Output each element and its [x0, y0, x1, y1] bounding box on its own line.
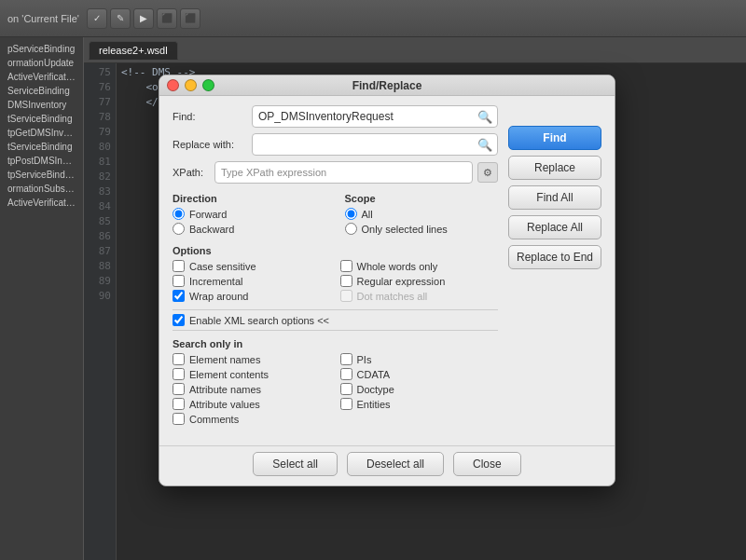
element-names-label: Element names	[189, 354, 260, 365]
line-number: 83	[84, 184, 111, 199]
toolbar-icon-4[interactable]: ⬛	[157, 8, 177, 29]
find-all-button[interactable]: Find All	[508, 185, 601, 210]
backward-radio-row: Backward	[173, 223, 326, 235]
sidebar-item[interactable]: tServiceBinding	[5, 112, 78, 126]
wrap-around-checkbox[interactable]	[173, 290, 185, 302]
scope-all-label: All	[362, 209, 373, 220]
incremental-checkbox[interactable]	[173, 275, 185, 287]
line-number: 81	[84, 155, 111, 170]
replace-search-icon[interactable]: 🔍	[477, 138, 492, 152]
scope-section: Scope All Only selected lines	[345, 193, 499, 238]
deselect-all-button[interactable]: Deselect all	[347, 452, 444, 476]
sidebar-item[interactable]: ormationUpdate	[5, 56, 78, 70]
sidebar-item[interactable]: tServiceBinding	[5, 140, 78, 154]
pls-checkbox[interactable]	[340, 353, 352, 365]
scope-label: Scope	[345, 193, 499, 204]
line-number: 84	[84, 199, 111, 214]
find-input-wrap: 🔍	[252, 105, 498, 128]
toolbar-icon-1[interactable]: ✓	[87, 8, 107, 29]
toolbar-label: on 'Current File'	[7, 13, 79, 24]
scope-selected-radio[interactable]	[345, 223, 357, 235]
find-replace-dialog: Find/Replace Find: 🔍 Replace with: 🔍 XPa…	[159, 75, 615, 486]
toolbar-icon-5[interactable]: ⬛	[180, 8, 200, 29]
comments-checkbox[interactable]	[173, 413, 185, 425]
element-names-row: Element names	[173, 353, 331, 365]
replace-label: Replace with:	[173, 139, 252, 150]
case-sensitive-checkbox[interactable]	[173, 260, 185, 272]
dot-matches-all-checkbox[interactable]	[340, 290, 352, 302]
action-buttons: Find Replace Find All Replace All Replac…	[508, 126, 601, 269]
xpath-options-button[interactable]: ⚙	[477, 162, 498, 183]
find-input[interactable]	[252, 105, 498, 128]
xml-toggle-row: Enable XML search options <<	[173, 309, 498, 331]
pls-row: PIs	[340, 353, 499, 365]
xpath-select[interactable]: Type XPath expression	[214, 161, 473, 184]
forward-radio[interactable]	[173, 208, 185, 220]
line-numbers: 75767778798081828384858687888990	[84, 63, 117, 560]
entities-checkbox[interactable]	[340, 398, 352, 410]
element-names-checkbox[interactable]	[173, 353, 185, 365]
toolbar-icon-3[interactable]: ▶	[133, 8, 154, 29]
case-sensitive-row: Case sensitive	[173, 260, 331, 272]
attribute-names-checkbox[interactable]	[173, 383, 185, 395]
find-search-icon[interactable]: 🔍	[477, 110, 492, 124]
attribute-names-label: Attribute names	[189, 384, 261, 395]
backward-radio[interactable]	[173, 223, 185, 235]
close-window-button[interactable]	[167, 79, 179, 91]
sidebar-item[interactable]: ServiceBinding	[5, 84, 78, 98]
tab-bar: release2+.wsdl	[84, 37, 746, 63]
select-all-button[interactable]: Select all	[253, 452, 338, 476]
sidebar-item[interactable]: tpPostDMSInve...	[5, 154, 78, 168]
dot-matches-all-label: Dot matches all	[357, 291, 428, 302]
attribute-values-checkbox[interactable]	[173, 398, 185, 410]
wrap-around-label: Wrap around	[189, 291, 248, 302]
line-number: 87	[84, 244, 111, 259]
scope-all-radio[interactable]	[345, 208, 357, 220]
line-number: 75	[84, 65, 111, 80]
line-number: 79	[84, 125, 111, 140]
replace-button[interactable]: Replace	[508, 156, 601, 180]
doctype-row: Doctype	[340, 383, 499, 395]
backward-label: Backward	[189, 224, 234, 235]
pls-label: PIs	[357, 354, 372, 365]
find-button[interactable]: Find	[508, 126, 601, 150]
whole-words-label: Whole words only	[357, 261, 438, 272]
whole-words-checkbox[interactable]	[340, 260, 352, 272]
replace-all-button[interactable]: Replace All	[508, 215, 601, 239]
xml-toggle-checkbox[interactable]	[173, 314, 185, 326]
cdata-label: CDATA	[357, 369, 391, 380]
maximize-window-button[interactable]	[202, 79, 214, 91]
element-contents-label: Element contents	[189, 369, 269, 380]
replace-input[interactable]	[252, 133, 498, 156]
line-number: 89	[84, 274, 111, 289]
attribute-values-row: Attribute values	[173, 398, 331, 410]
line-number: 80	[84, 140, 111, 155]
element-contents-checkbox[interactable]	[173, 368, 185, 380]
comments-label: Comments	[189, 414, 239, 425]
cdata-checkbox[interactable]	[340, 368, 352, 380]
replace-to-end-button[interactable]: Replace to End	[508, 245, 601, 269]
direction-label: Direction	[173, 193, 326, 204]
dialog-footer: Select all Deselect all Close	[159, 445, 615, 485]
incremental-label: Incremental	[189, 276, 242, 287]
sidebar-item[interactable]: ActiveVerification	[5, 70, 78, 84]
toolbar-icon-2[interactable]: ✎	[110, 8, 131, 29]
doctype-checkbox[interactable]	[340, 383, 352, 395]
sidebar-item[interactable]: ormationSubscri...	[5, 182, 78, 196]
tab-release2-wsdl[interactable]: release2+.wsdl	[89, 41, 178, 60]
close-button[interactable]: Close	[453, 452, 521, 476]
sidebar-item[interactable]: DMSInventory	[5, 98, 78, 112]
minimize-window-button[interactable]	[185, 79, 197, 91]
scope-selected-label: Only selected lines	[362, 224, 448, 235]
cdata-row: CDATA	[340, 368, 499, 380]
regular-expression-checkbox[interactable]	[340, 275, 352, 287]
line-number: 86	[84, 229, 111, 244]
entities-row: Entities	[340, 398, 499, 410]
dialog-title: Find/Replace	[352, 79, 422, 92]
sidebar-item[interactable]: tpGetDMSInvent...	[5, 126, 78, 140]
whole-words-row: Whole words only	[340, 260, 499, 272]
scope-all-row: All	[345, 208, 499, 220]
sidebar-item[interactable]: tpServiceBinding	[5, 168, 78, 182]
sidebar-item[interactable]: ActiveVerification	[5, 196, 78, 210]
sidebar-item[interactable]: pServiceBinding	[5, 42, 78, 56]
